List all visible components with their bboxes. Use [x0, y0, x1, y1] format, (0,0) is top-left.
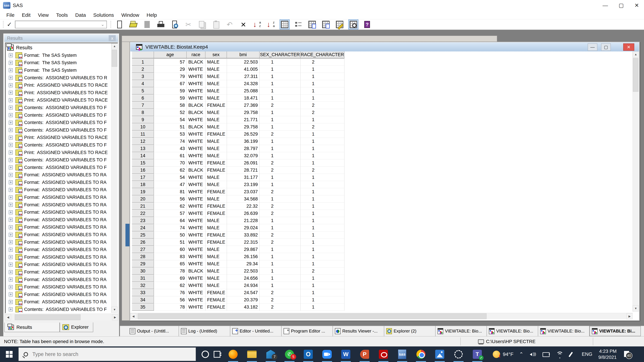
cell-race-character[interactable]: 1 [300, 152, 344, 159]
tree-item[interactable]: + Print: ASSIGNED VARIABLES TO RACE [6, 96, 111, 104]
tab-viewtable-3[interactable]: VIEWTABLE: Bio... [538, 326, 590, 336]
cell-sex-character[interactable]: 2 [260, 159, 300, 167]
start-button[interactable] [0, 347, 18, 362]
cell-race[interactable]: BLACK [187, 123, 206, 131]
tree-item[interactable]: + Format: ASSIGNED VARIABLES TO RA [6, 194, 111, 201]
scrollbar-thumb[interactable] [112, 50, 117, 67]
command-input[interactable] [15, 21, 99, 28]
cell-age[interactable]: 78 [154, 268, 187, 275]
close-button[interactable]: ✕ [634, 2, 639, 8]
scroll-right-icon[interactable]: ▶ [112, 314, 118, 320]
row-number-cell[interactable]: 22 [132, 210, 154, 217]
cell-age[interactable]: 51 [154, 239, 187, 246]
cell-sex[interactable]: FEMALE [206, 296, 227, 304]
cell-sex[interactable]: MALE [206, 224, 227, 231]
tree-expand-icon[interactable]: + [9, 233, 13, 237]
tree-expand-icon[interactable]: + [9, 180, 13, 184]
cell-sex-character[interactable]: 1 [260, 87, 300, 94]
row-number-cell[interactable]: 7 [132, 102, 154, 109]
tree-item[interactable]: + Format: ASSIGNED VARIABLES TO RA [6, 209, 111, 216]
cell-race[interactable]: WHITE [187, 296, 206, 304]
tree-expand-icon[interactable]: + [9, 158, 13, 162]
help-book-icon[interactable] [362, 20, 372, 29]
viewtable-minimize-button[interactable]: — [588, 43, 598, 51]
tree-item[interactable]: + Contents: ASSIGNED VARIABLES TO F [6, 164, 111, 171]
cell-bmi[interactable]: 22.315 [227, 239, 260, 246]
cell-sex[interactable]: MALE [206, 58, 227, 66]
copy-rows-icon[interactable] [308, 20, 317, 29]
cell-race[interactable]: WHITE [187, 174, 206, 181]
cell-sex[interactable]: MALE [206, 145, 227, 152]
cell-age[interactable]: 69 [154, 275, 187, 282]
cell-sex[interactable]: FEMALE [206, 167, 227, 174]
tree-expand-icon[interactable]: + [9, 248, 13, 252]
row-number-cell[interactable]: 14 [132, 152, 154, 159]
cell-race-character[interactable]: 1 [300, 188, 344, 195]
cell-race[interactable]: WHITE [187, 231, 206, 239]
cell-bmi[interactable]: 24.547 [227, 289, 260, 296]
cell-race[interactable]: WHITE [187, 80, 206, 87]
cell-race[interactable]: WHITE [187, 66, 206, 73]
toolbar-grip[interactable] [3, 21, 4, 28]
cell-race-character[interactable]: 2 [300, 58, 344, 66]
row-number-cell[interactable]: 24 [132, 224, 154, 231]
row-number-cell[interactable]: 25 [132, 231, 154, 239]
cell-race[interactable]: WHITE [187, 195, 206, 203]
row-number-cell[interactable]: 34 [132, 296, 154, 304]
cell-race-character[interactable]: 1 [300, 116, 344, 123]
undo-icon[interactable] [225, 20, 234, 29]
tree-expand-icon[interactable]: + [9, 53, 13, 57]
cell-bmi[interactable]: 32.079 [227, 152, 260, 159]
cell-race-character[interactable]: 1 [300, 159, 344, 167]
cell-race-character[interactable]: 1 [300, 174, 344, 181]
cell-sex-character[interactable]: 1 [260, 195, 300, 203]
cell-sex-character[interactable]: 1 [260, 94, 300, 102]
cell-race[interactable]: WHITE [187, 260, 206, 268]
tray-chevron-icon[interactable]: ⌃ [519, 351, 524, 357]
row-number-cell[interactable]: 2 [132, 66, 154, 73]
cell-sex-character[interactable]: 1 [260, 145, 300, 152]
tree-item[interactable]: + Contents: ASSIGNED VARIABLES TO F [6, 141, 111, 149]
cell-bmi[interactable]: 26.156 [227, 253, 260, 260]
cell-age[interactable]: 62 [154, 203, 187, 210]
cell-race[interactable]: WHITE [187, 138, 206, 145]
row-number-cell[interactable]: 27 [132, 246, 154, 253]
scroll-down-icon[interactable]: ▼ [112, 307, 118, 313]
tree-item[interactable]: + Contents: ASSIGNED VARIABLES TO F [6, 119, 111, 126]
cell-age[interactable]: 79 [154, 73, 187, 80]
row-number-cell[interactable]: 13 [132, 145, 154, 152]
cell-race[interactable]: WHITE [187, 239, 206, 246]
cell-bmi[interactable]: 23.037 [227, 188, 260, 195]
tab-output[interactable]: Output - (Untitl... [128, 326, 179, 336]
cell-race[interactable]: BLACK [187, 109, 206, 116]
cell-race[interactable]: BLACK [187, 268, 206, 275]
tab-program-editor[interactable]: Program Editor ... [282, 326, 333, 336]
cell-race-character[interactable]: 1 [300, 94, 344, 102]
cell-sex[interactable]: MALE [206, 109, 227, 116]
cell-sex-character[interactable]: 1 [260, 224, 300, 231]
cell-bmi[interactable]: 29.758 [227, 123, 260, 131]
cell-age[interactable]: 60 [154, 246, 187, 253]
column-header[interactable]: RACE_CHARACTER [300, 51, 344, 58]
cell-sex[interactable]: MALE [206, 66, 227, 73]
row-number-cell[interactable]: 8 [132, 109, 154, 116]
results-panel-titlebar[interactable]: Results x [4, 34, 118, 42]
column-header[interactable]: age [154, 51, 187, 58]
cell-age[interactable]: 54 [154, 174, 187, 181]
cell-bmi[interactable]: 25.088 [227, 87, 260, 94]
tree-item[interactable]: + Format: ASSIGNED VARIABLES TO RA [6, 246, 111, 253]
notification-center-icon[interactable]: 40 [623, 351, 631, 358]
cell-bmi[interactable]: 33.892 [227, 231, 260, 239]
cell-sex[interactable]: FEMALE [206, 304, 227, 311]
cell-sex-character[interactable]: 1 [260, 152, 300, 159]
tree-item[interactable]: + Contents: ASSIGNED VARIABLES TO F [6, 104, 111, 111]
cell-sex-character[interactable]: 1 [260, 116, 300, 123]
cell-race-character[interactable]: 1 [300, 239, 344, 246]
row-number-cell[interactable]: 4 [132, 80, 154, 87]
cell-age[interactable]: 50 [154, 231, 187, 239]
sort-descending-icon[interactable] [266, 20, 276, 29]
tree-item[interactable]: + Contents: ASSIGNED VARIABLES TO F [6, 126, 111, 134]
row-number-cell[interactable]: 16 [132, 167, 154, 174]
cell-race[interactable]: WHITE [187, 159, 206, 167]
cell-bmi[interactable]: 24.328 [227, 80, 260, 87]
